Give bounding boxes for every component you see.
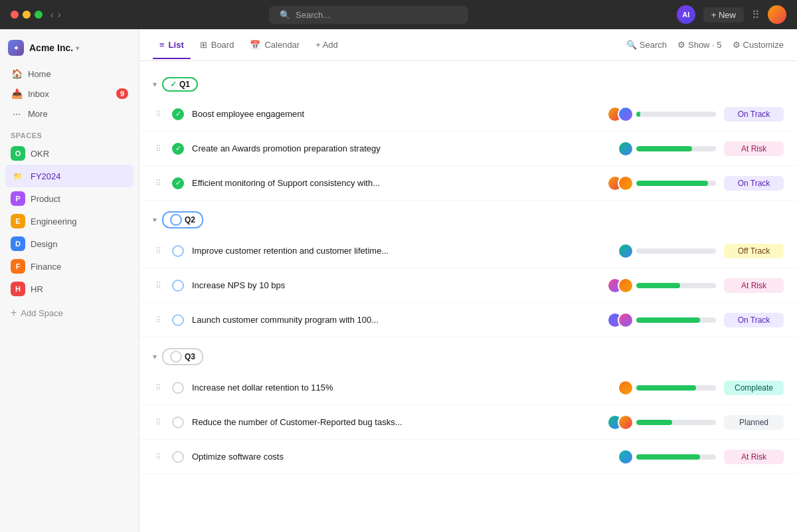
tab-board[interactable]: ⊞ Board [193,36,241,54]
drag-handle[interactable]: ⠿ [153,141,164,156]
q2-circle-icon [170,214,182,226]
table-row: ⠿ ✓ Create an Awards promotion preparati… [139,132,797,166]
sidebar-item-fy2024[interactable]: 📁 FY2024 [5,165,133,187]
tab-calendar[interactable]: 📅 Calendar [243,36,306,54]
maximize-button[interactable] [35,11,43,19]
show-icon: ⚙ [677,40,685,50]
q1-toggle[interactable]: ▾ [153,80,157,89]
drag-handle[interactable]: ⠿ [153,313,164,327]
back-button[interactable]: ‹ [50,9,54,20]
task-name: Reduce the number of Customer-Reported b… [192,417,599,427]
sidebar-item-engineering[interactable]: E Engineering [5,210,133,232]
avatar [618,449,634,465]
progress-bar [636,454,716,460]
user-avatar[interactable] [768,5,786,24]
progress-fill [636,283,680,288]
task-avatars [618,449,628,465]
new-button[interactable]: + New [703,7,744,23]
task-checkbox[interactable]: ✓ [172,177,184,189]
drag-handle[interactable]: ⠿ [153,176,164,191]
sidebar-item-more[interactable]: ··· More [5,104,133,124]
task-name: Optimize software costs [192,452,610,462]
engineering-label: Engineering [31,217,76,226]
design-label: Design [31,239,57,249]
titlebar-right: AI + New ⠿ [677,5,786,24]
spacer [139,337,797,343]
status-badge: Compleate [724,381,784,395]
close-button[interactable] [11,11,19,19]
task-avatars [607,175,628,191]
customize-action[interactable]: ⚙ Customize [733,40,784,50]
show-action[interactable]: ⚙ Show · 5 [677,40,722,50]
ai-badge[interactable]: AI [677,5,695,24]
task-name: Boost employee engagement [192,109,599,119]
q2-toggle[interactable]: ▾ [153,215,157,224]
grid-icon[interactable]: ⠿ [752,9,760,21]
table-row: ⠿ Launch customer community program with… [139,303,797,337]
app-logo: ✦ [8,40,24,56]
add-space-button[interactable]: + Add Space [0,303,139,323]
hr-dot: H [11,282,25,296]
task-checkbox[interactable] [172,314,184,326]
drag-handle[interactable]: ⠿ [153,107,164,122]
progress-fill [636,454,700,460]
progress-bar [636,283,716,288]
sidebar-item-hr[interactable]: H HR [5,278,133,300]
search-icon: 🔍 [626,40,637,50]
sidebar-item-more-label: More [28,109,48,119]
progress-fill [636,317,700,323]
sidebar-item-design[interactable]: D Design [5,232,133,255]
q1-check-icon: ✓ [170,80,177,89]
drag-handle[interactable]: ⠿ [153,450,164,464]
sidebar-item-product[interactable]: P Product [5,187,133,210]
toolbar-tabs: ≡ List ⊞ Board 📅 Calendar + Add [153,36,345,54]
tab-list[interactable]: ≡ List [153,36,191,54]
task-checkbox[interactable]: ✓ [172,143,184,155]
engineering-dot: E [11,214,25,228]
drag-handle[interactable]: ⠿ [153,244,164,258]
home-icon: 🏠 [11,68,23,79]
group-header-q1[interactable]: ▾ ✓ Q1 [139,72,797,97]
task-checkbox[interactable] [172,245,184,257]
progress-fill [636,112,640,117]
drag-handle[interactable]: ⠿ [153,278,164,293]
titlebar-left: ‹ › [11,9,60,20]
group-header-q2[interactable]: ▾ Q2 [139,206,797,234]
task-checkbox[interactable] [172,416,184,428]
task-name: Improve customer retention and customer … [192,246,610,256]
task-checkbox[interactable]: ✓ [172,108,184,120]
sidebar-item-home[interactable]: 🏠 Home [5,64,133,84]
progress-bar [636,146,716,151]
app-name[interactable]: Acme Inc. ▾ [29,43,79,53]
minimize-button[interactable] [23,11,31,19]
group-header-q3[interactable]: ▾ Q3 [139,343,797,371]
task-checkbox[interactable] [172,382,184,394]
table-row: ⠿ ✓ Boost employee engagement On Track [139,97,797,132]
avatar [618,141,634,157]
main-layout: ✦ Acme Inc. ▾ 🏠 Home 📥 Inbox 9 ··· More … [0,29,797,532]
finance-label: Finance [31,262,61,272]
okr-dot: O [11,146,25,161]
task-checkbox[interactable] [172,280,184,292]
sidebar-item-inbox[interactable]: 📥 Inbox 9 [5,84,133,104]
q3-toggle[interactable]: ▾ [153,352,157,361]
add-view-button[interactable]: + Add [309,36,345,54]
drag-handle[interactable]: ⠿ [153,415,164,430]
add-space-label: Add Space [21,308,63,318]
calendar-icon: 📅 [250,40,260,50]
avatar [618,312,634,328]
task-name: Efficient monitoring of Support consiste… [192,178,599,188]
task-checkbox[interactable] [172,451,184,463]
progress-bar [636,420,716,425]
global-search[interactable]: 🔍 Search... [269,6,468,24]
avatar [618,414,634,430]
board-icon: ⊞ [200,40,207,50]
search-action[interactable]: 🔍 Search [626,40,667,50]
sidebar-item-okr[interactable]: O OKR [5,142,133,165]
progress-fill [636,146,692,151]
sidebar-item-finance[interactable]: F Finance [5,255,133,278]
status-badge: At Risk [724,278,784,293]
drag-handle[interactable]: ⠿ [153,381,164,395]
status-badge: At Risk [724,141,784,156]
task-name: Create an Awards promotion preparation s… [192,143,610,153]
